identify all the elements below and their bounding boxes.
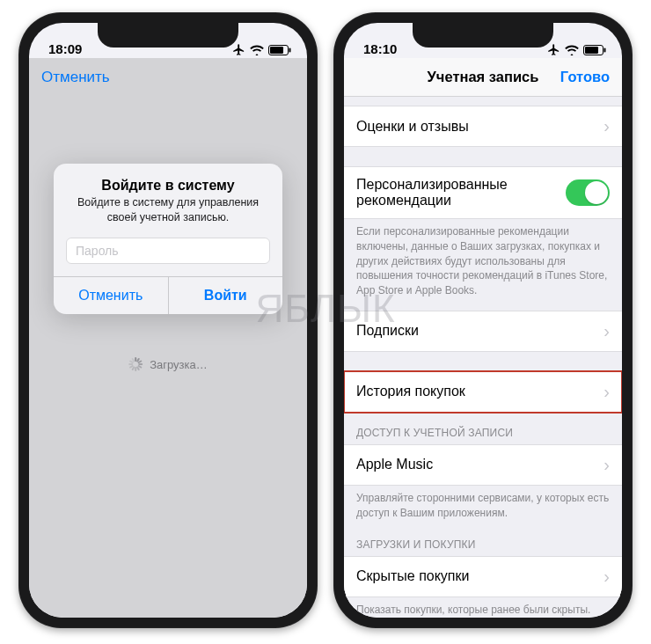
chevron-right-icon: ›	[603, 321, 610, 341]
cell-label: История покупок	[356, 384, 598, 399]
svg-rect-1	[270, 47, 283, 54]
personalized-desc: Если персонализированные рекомендации вк…	[344, 219, 622, 302]
chevron-right-icon: ›	[603, 382, 610, 402]
battery-icon	[583, 45, 606, 55]
status-icons	[547, 43, 606, 56]
battery-icon	[268, 45, 291, 55]
screen-left: 18:09 Отменить Войдите в систему Войдите…	[29, 23, 307, 618]
cell-label: Скрытые покупки	[356, 568, 598, 584]
airplane-icon	[232, 43, 245, 56]
chevron-right-icon: ›	[603, 116, 610, 136]
loading-label: Загрузка…	[150, 358, 208, 371]
svg-rect-5	[604, 48, 606, 52]
svg-rect-4	[585, 47, 598, 54]
loading-indicator: Загрузка…	[128, 357, 208, 371]
modal-backdrop	[29, 58, 307, 618]
subscriptions-cell[interactable]: Подписки ›	[344, 311, 622, 352]
password-field[interactable]	[66, 238, 270, 264]
cell-label: Персонализированные рекомендации	[356, 177, 566, 209]
notch	[98, 23, 238, 48]
done-button[interactable]: Готово	[548, 69, 610, 85]
dialog-message: Войдите в систему для управления своей у…	[54, 195, 282, 238]
screen-right: 18:10 Учетная запись Готово	[344, 23, 622, 618]
dialog-title: Войдите в систему	[54, 164, 282, 195]
toggle-on-icon[interactable]	[566, 179, 610, 206]
nav-bar: Учетная запись Готово	[344, 58, 622, 97]
ratings-cell[interactable]: Оценки и отзывы ›	[344, 106, 622, 147]
apple-music-cell[interactable]: Apple Music ›	[344, 444, 622, 486]
dialog-cancel-button[interactable]: Отменить	[54, 277, 168, 314]
airplane-icon	[547, 43, 560, 56]
hidden-purchases-cell[interactable]: Скрытые покупки ›	[344, 556, 622, 597]
cell-label: Оценки и отзывы	[356, 119, 598, 135]
status-icons	[232, 43, 291, 56]
wifi-icon	[565, 45, 579, 55]
hidden-desc: Показать покупки, которые ранее были скр…	[344, 597, 622, 618]
login-dialog: Войдите в систему Войдите в систему для …	[54, 164, 282, 314]
section-header-downloads: ЗАГРУЗКИ И ПОКУПКИ	[344, 524, 622, 556]
dialog-submit-button[interactable]: Войти	[168, 277, 283, 314]
svg-rect-2	[289, 48, 291, 52]
section-header-access: ДОСТУП К УЧЕТНОЙ ЗАПИСИ	[344, 413, 622, 444]
chevron-right-icon: ›	[603, 567, 610, 587]
purchase-history-cell[interactable]: История покупок ›	[344, 371, 622, 413]
apple-music-desc: Управляйте сторонними сервисами, у котор…	[344, 486, 622, 524]
spinner-icon	[128, 357, 143, 371]
cell-label: Apple Music	[356, 457, 598, 472]
page-title: Учетная запись	[418, 69, 548, 85]
status-time: 18:10	[363, 41, 397, 56]
cell-label: Подписки	[356, 323, 598, 339]
account-screen-body: Учетная запись Готово Оценки и отзывы › …	[344, 58, 622, 618]
wifi-icon	[250, 45, 264, 55]
notch	[413, 23, 553, 48]
login-screen-body: Отменить Войдите в систему Войдите в сис…	[29, 58, 307, 618]
personalized-cell[interactable]: Персонализированные рекомендации	[344, 166, 622, 219]
phone-right: 18:10 Учетная запись Готово	[333, 12, 633, 628]
status-time: 18:09	[48, 41, 82, 56]
chevron-right-icon: ›	[603, 455, 610, 475]
phone-left: 18:09 Отменить Войдите в систему Войдите…	[18, 12, 318, 628]
